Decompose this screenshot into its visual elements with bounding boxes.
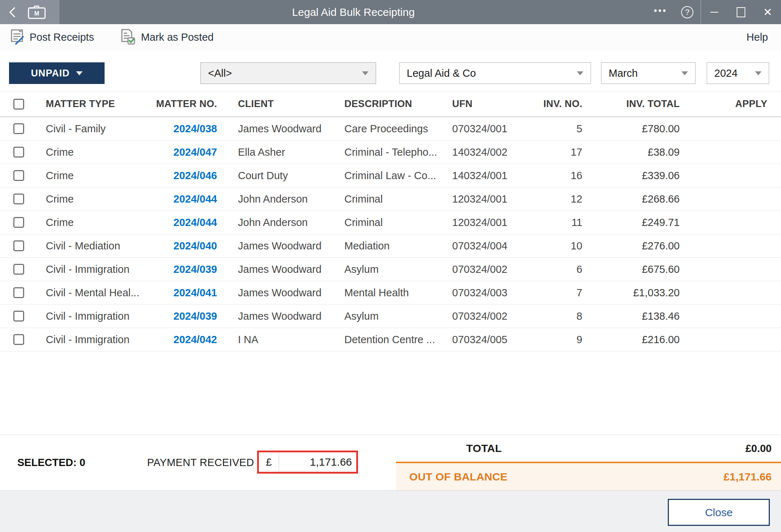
matter-type-cell: Crime [33,146,147,158]
matter-type-cell: Civil - Mental Heal... [33,287,147,299]
month-filter-dropdown[interactable]: March [601,62,696,84]
table-body: Civil - Family 2024/038 James Woodward C… [0,117,781,351]
ufn-cell: 070324/001 [436,123,541,135]
help-link[interactable]: Help [746,31,768,43]
out-of-balance-value: £1,171.66 [724,471,772,483]
column-header-matter-type[interactable]: MATTER TYPE [33,98,147,110]
row-checkbox[interactable] [13,264,24,275]
matter-type-cell: Crime [33,170,147,182]
maximize-icon [737,7,745,17]
row-checkbox[interactable] [13,147,24,158]
matter-no-link[interactable]: 2024/044 [147,217,217,229]
matter-no-link[interactable]: 2024/039 [147,263,217,275]
row-checkbox[interactable] [13,170,24,181]
status-filter-button[interactable]: UNPAID [9,62,105,84]
description-cell: Detention Centre ... [330,334,436,346]
more-options-button[interactable]: ••• [647,0,674,24]
matter-no-link[interactable]: 2024/039 [147,310,217,322]
chevron-down-icon [577,71,583,75]
column-header-apply[interactable]: APPLY [683,98,781,110]
inv-no-cell: 7 [541,287,591,299]
matter-filter-dropdown[interactable]: <All> [200,62,376,84]
month-filter-value: March [609,67,638,79]
selected-count: SELECTED: 0 [17,435,85,490]
matter-no-link[interactable]: 2024/046 [147,170,217,182]
row-checkbox[interactable] [13,217,24,228]
close-icon: ✕ [763,6,772,18]
inv-total-cell: £268.66 [591,193,683,205]
matter-type-cell: Crime [33,193,147,205]
back-icon[interactable] [9,7,19,17]
inv-no-cell: 8 [541,310,591,322]
column-header-description[interactable]: DESCRIPTION [330,98,436,110]
maximize-button[interactable] [728,0,754,24]
client-cell: James Woodward [217,240,330,252]
matter-no-link[interactable]: 2024/042 [147,334,217,346]
legal-aid-bulk-receipting-window: M Legal Aid Bulk Receipting ••• ? ✕ [0,0,781,532]
table-row: Civil - Immigration 2024/039 James Woodw… [0,305,781,328]
client-cell: John Anderson [217,193,330,205]
title-help-button[interactable]: ? [674,0,701,24]
matter-no-link[interactable]: 2024/038 [147,123,217,135]
row-checkbox[interactable] [13,240,24,251]
ufn-cell: 070324/003 [436,287,541,299]
row-checkbox[interactable] [13,287,24,298]
column-header-inv-no[interactable]: INV. NO. [541,98,591,110]
column-header-ufn[interactable]: UFN [436,98,541,110]
post-receipts-label: Post Receipts [30,31,94,43]
client-cell: Court Duty [217,170,330,182]
ufn-cell: 140324/001 [436,170,541,182]
inv-no-cell: 6 [541,263,591,275]
matter-no-link[interactable]: 2024/040 [147,240,217,252]
matter-type-cell: Crime [33,217,147,229]
matter-type-cell: Civil - Family [33,123,147,135]
matter-no-link[interactable]: 2024/041 [147,287,217,299]
matter-type-cell: Civil - Immigration [33,334,147,346]
total-row: TOTAL £0.00 [396,435,781,462]
row-checkbox[interactable] [13,334,24,345]
titlebar-left-segment: M [0,0,59,24]
inv-total-cell: £276.00 [591,240,683,252]
matter-no-link[interactable]: 2024/044 [147,193,217,205]
description-cell: Asylum [330,263,436,275]
inv-no-cell: 12 [541,193,591,205]
ufn-cell: 120324/001 [436,193,541,205]
description-cell: Care Proceedings [330,123,436,135]
table-row: Civil - Immigration 2024/039 James Woodw… [0,258,781,281]
row-checkbox[interactable] [13,311,24,322]
row-checkbox[interactable] [13,123,24,134]
matter-no-link[interactable]: 2024/047 [147,146,217,158]
inv-total-cell: £249.71 [591,217,683,229]
description-cell: Mediation [330,240,436,252]
table-empty-area [0,351,781,435]
inv-no-cell: 5 [541,123,591,135]
payment-received-label: PAYMENT RECEIVED [147,435,254,490]
matter-folder-icon[interactable]: M [27,5,46,19]
ufn-cell: 070324/002 [436,310,541,322]
column-header-inv-total[interactable]: INV. TOTAL [591,98,683,110]
row-checkbox[interactable] [13,194,24,204]
payment-received-input[interactable] [279,452,356,472]
ufn-cell: 070324/005 [436,334,541,346]
post-receipts-button[interactable]: Post Receipts [9,29,94,46]
year-filter-dropdown[interactable]: 2024 [707,62,769,84]
table-header: MATTER TYPE MATTER NO. CLIENT DESCRIPTIO… [0,91,781,117]
table-row: Crime 2024/044 John Anderson Criminal 12… [0,211,781,234]
close-button[interactable]: Close [668,499,770,526]
column-header-matter-no[interactable]: MATTER NO. [147,98,217,110]
client-cell: James Woodward [217,123,330,135]
column-header-client[interactable]: CLIENT [217,98,330,110]
ufn-cell: 070324/002 [436,263,541,275]
titlebar-controls: ••• ? ✕ [647,0,781,24]
chevron-down-icon [681,71,688,75]
close-window-button[interactable]: ✕ [754,0,781,24]
inv-total-cell: £1,033.20 [591,287,683,299]
out-of-balance-label: OUT OF BALANCE [409,471,508,483]
client-filter-dropdown[interactable]: Legal Aid & Co [399,62,591,84]
client-cell: James Woodward [217,263,330,275]
minimize-button[interactable] [701,0,728,24]
select-all-checkbox[interactable] [13,99,24,110]
inv-no-cell: 17 [541,146,591,158]
chevron-down-icon [362,71,369,75]
mark-as-posted-button[interactable]: Mark as Posted [120,28,213,46]
